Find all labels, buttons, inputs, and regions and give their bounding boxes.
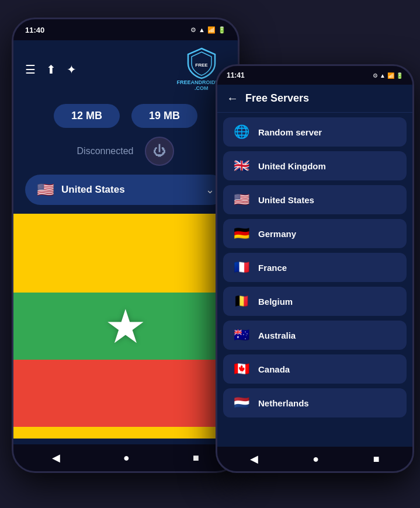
- myanmar-flag: ★: [13, 225, 238, 427]
- rate-icon[interactable]: ✦: [67, 62, 77, 76]
- nav-home-button[interactable]: ●: [123, 452, 130, 464]
- server-name: Netherlands: [258, 398, 309, 408]
- server-item[interactable]: 🇦🇺Australia: [223, 321, 407, 350]
- phone1-status-bar: 11:40 ⚙ ▲ 📶 🔋: [13, 19, 238, 40]
- server-item[interactable]: 🇩🇪Germany: [223, 219, 407, 248]
- servers-title: Free Servers: [245, 92, 309, 105]
- phone1-header: ☰ ⬆ ✦ FREE FREEANDROIDVPN.COM: [13, 40, 238, 98]
- phone1-nav-bar: ◀ ● ■: [13, 444, 238, 471]
- flag-icon: 🇺🇸: [232, 192, 250, 207]
- selected-country: United States: [61, 184, 125, 196]
- globe-icon: 🌐: [232, 124, 250, 140]
- server-item[interactable]: 🌐Random server: [223, 117, 407, 147]
- wifi-icon: ▲: [199, 26, 205, 33]
- power-icon: ⏻: [153, 144, 166, 159]
- country-left: 🇺🇸 United States: [37, 182, 125, 198]
- back-button[interactable]: ←: [227, 92, 238, 105]
- server-item[interactable]: 🇧🇪Belgium: [223, 287, 407, 316]
- server-item[interactable]: 🇺🇸United States: [223, 185, 407, 214]
- phone2-signal-icon: 📶: [387, 72, 394, 79]
- server-name: United Kingdom: [258, 161, 326, 171]
- phone1-device: 11:40 ⚙ ▲ 📶 🔋 ☰ ⬆ ✦ FREE FREEANDR: [12, 18, 239, 473]
- flag-stripe-yellow: [13, 225, 238, 293]
- flag-banner: ★: [13, 214, 238, 439]
- nav-back-button[interactable]: ◀: [52, 451, 60, 464]
- server-item[interactable]: 🇳🇱Netherlands: [223, 388, 407, 417]
- connection-status: Disconnected: [77, 146, 134, 156]
- flag-icon: 🇨🇦: [232, 361, 250, 377]
- phone2-settings-icon: ⚙: [373, 72, 378, 79]
- server-item[interactable]: 🇫🇷France: [223, 253, 407, 282]
- server-name: Australia: [258, 330, 296, 340]
- server-name: Canada: [258, 364, 290, 374]
- svg-text:FREE: FREE: [195, 62, 208, 68]
- phone2-nav-bar: ◀ ● ■: [217, 447, 412, 471]
- flag-yellow-bottom: [13, 427, 238, 439]
- phone2-status-bar: 11:41 ⚙ ▲ 📶 🔋: [217, 66, 412, 85]
- server-item[interactable]: 🇬🇧United Kingdom: [223, 151, 407, 180]
- phone2-header: ← Free Servers: [217, 85, 412, 113]
- phone1-time: 11:40: [25, 26, 44, 34]
- phone2-screen: 11:41 ⚙ ▲ 📶 🔋 ← Free Servers 🌐Random ser…: [217, 66, 412, 471]
- country-flag: 🇺🇸: [37, 182, 54, 198]
- signal-icon: 📶: [207, 26, 216, 34]
- flag-icon: 🇩🇪: [232, 226, 250, 241]
- flag-icon: 🇬🇧: [232, 158, 250, 173]
- flag-stripe-red: [13, 360, 238, 427]
- phone1-status-icons: ⚙ ▲ 📶 🔋: [190, 26, 226, 34]
- phone2-nav-back-button[interactable]: ◀: [250, 453, 258, 465]
- share-icon[interactable]: ⬆: [46, 62, 56, 76]
- servers-list: 🌐Random server🇬🇧United Kingdom🇺🇸United S…: [217, 113, 412, 447]
- phone2-battery-icon: 🔋: [396, 72, 403, 79]
- flag-icon: 🇳🇱: [232, 395, 250, 410]
- flag-icon: 🇧🇪: [232, 294, 250, 309]
- flag-yellow-top: [13, 214, 238, 225]
- phone2-device: 11:41 ⚙ ▲ 📶 🔋 ← Free Servers 🌐Random ser…: [216, 64, 414, 473]
- upload-stat: 12 MB: [54, 104, 120, 128]
- phone1-screen: 11:40 ⚙ ▲ 📶 🔋 ☰ ⬆ ✦ FREE FREEANDR: [13, 19, 238, 471]
- flag-star-icon: ★: [105, 299, 147, 353]
- stats-row: 12 MB 19 MB: [13, 98, 238, 134]
- download-stat: 19 MB: [131, 104, 197, 128]
- phone2-time: 11:41: [227, 71, 245, 79]
- phone2-status-icons: ⚙ ▲ 📶 🔋: [373, 72, 403, 79]
- phone2-nav-recent-button[interactable]: ■: [373, 453, 380, 465]
- battery-icon: 🔋: [218, 26, 226, 34]
- server-name: France: [258, 263, 287, 273]
- power-button[interactable]: ⏻: [145, 137, 174, 166]
- disconnect-row: Disconnected ⏻: [13, 134, 238, 175]
- server-item[interactable]: 🇨🇦Canada: [223, 354, 407, 384]
- shield-logo-icon: FREE: [187, 47, 216, 79]
- server-name: Germany: [258, 229, 296, 239]
- flag-icon: 🇦🇺: [232, 328, 250, 343]
- phone2-nav-home-button[interactable]: ●: [313, 453, 319, 465]
- server-name: United States: [258, 195, 314, 205]
- phone1-left-icons: ☰ ⬆ ✦: [25, 62, 77, 76]
- menu-icon[interactable]: ☰: [25, 62, 36, 76]
- server-name: Belgium: [258, 297, 293, 307]
- server-name: Random server: [258, 127, 322, 137]
- phone2-wifi-icon: ▲: [380, 72, 386, 79]
- chevron-down-icon: ⌄: [206, 183, 214, 196]
- nav-recent-button[interactable]: ■: [193, 452, 199, 464]
- settings-icon: ⚙: [190, 26, 196, 34]
- flag-icon: 🇫🇷: [232, 260, 250, 275]
- country-selector[interactable]: 🇺🇸 United States ⌄: [25, 175, 226, 205]
